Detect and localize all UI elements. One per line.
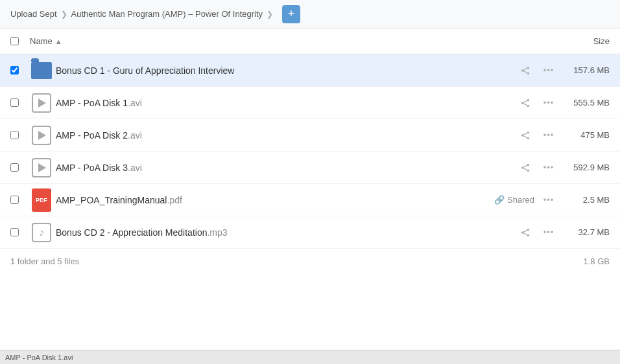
row-checkbox-col (10, 98, 30, 107)
file-name: AMP - PoA Disk 2.avi (56, 130, 516, 141)
row-checkbox-col (10, 163, 30, 172)
file-size: 555.5 MB (558, 98, 610, 108)
table-row[interactable]: AMP - PoA Disk 1.avi•••555.5 MB (0, 87, 620, 119)
file-ext: .pdf (167, 195, 182, 205)
svg-point-5 (527, 98, 530, 101)
svg-point-12 (527, 137, 530, 139)
share-button[interactable] (516, 126, 534, 144)
share-button[interactable] (516, 223, 534, 242)
svg-point-7 (527, 104, 530, 107)
video-icon (30, 126, 53, 145)
file-size: 32.7 MB (558, 227, 610, 237)
breadcrumb-label-upload: Upload Sept (10, 9, 57, 19)
svg-point-10 (527, 131, 530, 133)
row-checkbox[interactable] (10, 98, 19, 107)
file-ext: .mp3 (207, 227, 227, 238)
status-text: AMP - PoA Disk 1.avi (5, 354, 73, 361)
summary-row: 1 folder and 5 files 1.8 GB (0, 249, 620, 274)
file-size: 157.6 MB (558, 65, 610, 75)
svg-line-4 (523, 71, 527, 73)
svg-point-1 (521, 69, 524, 72)
file-actions: ••• (516, 62, 558, 80)
table-row[interactable]: Bonus CD 1 - Guru of Appreciation Interv… (0, 54, 620, 87)
svg-point-6 (521, 102, 524, 104)
file-actions: ••• (516, 223, 558, 242)
more-button[interactable]: ••• (540, 191, 558, 209)
svg-line-3 (523, 68, 527, 70)
more-button[interactable]: ••• (540, 62, 558, 80)
share-button[interactable] (516, 159, 534, 177)
table-row[interactable]: AMP - PoA Disk 2.avi•••475 MB (0, 119, 620, 152)
row-checkbox[interactable] (10, 163, 19, 172)
file-list: Bonus CD 1 - Guru of Appreciation Interv… (0, 54, 620, 249)
breadcrumb-label-amp: Authentic Man Program (AMP) – Power Of I… (71, 9, 263, 19)
add-button[interactable]: + (282, 5, 300, 23)
svg-point-15 (527, 163, 530, 166)
more-button[interactable]: ••• (540, 94, 558, 112)
more-button[interactable]: ••• (540, 159, 558, 177)
svg-line-18 (523, 165, 527, 167)
file-name: Bonus CD 1 - Guru of Appreciation Interv… (56, 65, 516, 76)
shared-label: Shared (507, 195, 534, 205)
row-checkbox[interactable] (10, 196, 19, 204)
breadcrumb: Upload Sept ❯ Authentic Man Program (AMP… (0, 0, 620, 28)
music-icon: ♪ (30, 223, 53, 242)
summary-total-size: 1.8 GB (584, 256, 610, 266)
file-name-text: Bonus CD 2 - Appreciation Meditation (56, 227, 207, 238)
svg-point-0 (527, 66, 530, 69)
table-row[interactable]: AMP - PoA Disk 3.avi•••592.9 MB (0, 152, 620, 184)
svg-point-2 (527, 72, 530, 74)
name-label: Name (30, 36, 53, 46)
svg-line-14 (523, 135, 527, 137)
svg-line-24 (523, 233, 527, 234)
row-checkbox-col (10, 66, 30, 74)
pdf-icon: PDF (30, 188, 53, 212)
file-ext: .avi (128, 163, 142, 173)
size-label: Size (593, 36, 610, 46)
file-size: 592.9 MB (558, 163, 610, 172)
svg-line-9 (523, 103, 527, 105)
row-checkbox-col (10, 196, 30, 204)
share-button[interactable] (516, 62, 534, 80)
svg-point-22 (527, 234, 530, 236)
svg-point-21 (521, 231, 524, 234)
table-row[interactable]: PDFAMP_POA_TrainingManual.pdf🔗Shared•••2… (0, 184, 620, 216)
more-button[interactable]: ••• (540, 126, 558, 144)
file-name-text: AMP - PoA Disk 3 (56, 163, 128, 173)
select-all-checkbox[interactable] (10, 37, 19, 45)
file-ext: .avi (128, 98, 142, 108)
svg-line-19 (523, 168, 527, 170)
svg-line-13 (523, 133, 527, 135)
row-checkbox[interactable] (10, 228, 19, 236)
sort-arrow-icon: ▲ (55, 38, 62, 45)
breadcrumb-chevron-2: ❯ (267, 10, 273, 19)
more-button[interactable]: ••• (540, 223, 558, 242)
row-checkbox-col (10, 228, 30, 236)
svg-line-23 (523, 230, 527, 232)
file-name: Bonus CD 2 - Appreciation Meditation.mp3 (56, 227, 516, 238)
file-actions: ••• (516, 94, 558, 112)
svg-point-11 (521, 134, 524, 137)
file-size: 2.5 MB (558, 195, 610, 205)
header-name-col[interactable]: Name ▲ (30, 36, 545, 46)
file-actions: 🔗Shared••• (494, 191, 558, 209)
file-name: AMP - PoA Disk 1.avi (56, 98, 516, 108)
file-name: AMP_POA_TrainingManual.pdf (56, 195, 494, 205)
folder-icon (30, 62, 53, 79)
table-row[interactable]: ♪Bonus CD 2 - Appreciation Meditation.mp… (0, 216, 620, 249)
row-checkbox[interactable] (10, 66, 19, 74)
video-icon (30, 93, 53, 113)
row-checkbox-col (10, 131, 30, 139)
file-name-text: Bonus CD 1 - Guru of Appreciation Interv… (56, 65, 234, 76)
share-button[interactable] (516, 94, 534, 112)
file-actions: ••• (516, 126, 558, 144)
file-name: AMP - PoA Disk 3.avi (56, 163, 516, 173)
status-bar: AMP - PoA Disk 1.avi (0, 350, 620, 364)
row-checkbox[interactable] (10, 131, 19, 139)
breadcrumb-item-upload[interactable]: Upload Sept (10, 9, 57, 19)
table-header: Name ▲ Size (0, 28, 620, 54)
breadcrumb-item-amp[interactable]: Authentic Man Program (AMP) – Power Of I… (71, 9, 263, 19)
file-actions: ••• (516, 159, 558, 177)
summary-files-label: 1 folder and 5 files (10, 256, 79, 266)
file-size: 475 MB (558, 130, 610, 140)
